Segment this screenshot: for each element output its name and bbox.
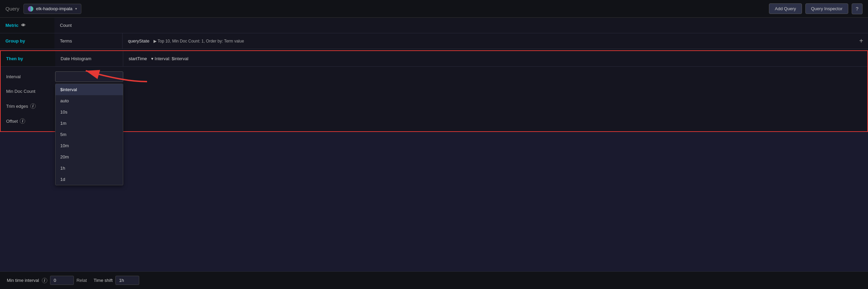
then-by-label: Then by: [1, 51, 55, 66]
group-by-row: Group by Terms queryState ▶ Top 10, Min …: [0, 33, 868, 49]
interval-sub-row: Interval $interval auto 10s 1m 5m 10m 20…: [1, 69, 867, 84]
top-bar-left: Query elk-hadoop-impala ▾: [5, 4, 81, 14]
top-bar-right: Add Query Query Inspector ?: [769, 3, 863, 14]
group-by-summary: ▶ Top 10, Min Doc Count: 1, Order by: Te…: [154, 39, 244, 44]
datasource-icon: [28, 6, 33, 12]
time-shift-item: Time shift: [94, 276, 139, 285]
help-button[interactable]: ?: [852, 3, 863, 14]
then-by-value: startTime ▾ Interval: $interval: [123, 51, 867, 66]
dropdown-item-auto[interactable]: auto: [55, 95, 123, 106]
min-time-interval-input[interactable]: [50, 276, 74, 285]
dropdown-item-1d[interactable]: 1d: [55, 174, 123, 185]
metric-row: Metric 👁 Count: [0, 18, 868, 33]
dropdown-item-10s[interactable]: 10s: [55, 106, 123, 118]
offset-info-icon[interactable]: i: [20, 118, 25, 124]
chevron-down-icon: ▾: [75, 7, 77, 11]
add-group-by-button[interactable]: +: [854, 33, 868, 49]
dropdown-item-1h[interactable]: 1h: [55, 163, 123, 174]
metric-type: Count: [54, 18, 123, 33]
group-by-field-name: queryState: [128, 38, 149, 44]
datasource-name: elk-hadoop-impala: [36, 6, 73, 11]
min-time-interval-label: Min time interval: [7, 278, 39, 283]
offset-sub-row: Offset i: [1, 114, 867, 129]
interval-label: Interval: [1, 71, 55, 82]
metric-label: Metric: [5, 23, 18, 28]
time-shift-label: Time shift: [94, 278, 113, 283]
query-inspector-button[interactable]: Query Inspector: [805, 3, 849, 14]
metric-label-cell: Metric 👁: [0, 18, 54, 33]
query-label: Query: [5, 6, 19, 12]
interval-input-wrap: $interval auto 10s 1m 5m 10m 20m 1h 1d: [55, 71, 130, 82]
top-bar: Query elk-hadoop-impala ▾ Add Query Quer…: [0, 0, 868, 18]
eye-icon[interactable]: 👁: [21, 23, 26, 28]
time-shift-input[interactable]: [115, 276, 139, 285]
group-by-field: queryState ▶ Top 10, Min Doc Count: 1, O…: [123, 33, 854, 49]
bottom-bar: Min time interval i Relat Time shift: [0, 271, 868, 289]
interval-pill-label: ▾ Interval: $interval: [151, 56, 189, 61]
trim-edges-sub-row: Trim edges i: [1, 99, 867, 114]
dropdown-item-10m[interactable]: 10m: [55, 140, 123, 151]
min-time-interval-info-icon[interactable]: i: [42, 278, 47, 283]
sub-rows: Interval $interval auto 10s 1m 5m 10m 20…: [1, 67, 867, 131]
dropdown-item-sinterval[interactable]: $interval: [55, 84, 123, 95]
trim-edges-info-icon[interactable]: i: [30, 103, 36, 109]
interval-input[interactable]: [55, 71, 123, 82]
dropdown-item-5m[interactable]: 5m: [55, 129, 123, 140]
min-doc-count-label: Min Doc Count: [1, 86, 55, 97]
min-doc-count-sub-row: Min Doc Count: [1, 84, 867, 99]
then-by-header: Then by Date Histogram startTime ▾ Inter…: [1, 51, 867, 67]
then-by-type: Date Histogram: [55, 51, 123, 66]
group-by-type: Terms: [54, 33, 123, 49]
relative-label: Relat: [77, 278, 87, 283]
interval-pill[interactable]: ▾ Interval: $interval: [151, 56, 189, 61]
min-time-interval-item: Min time interval i Relat: [7, 276, 87, 285]
dropdown-item-20m[interactable]: 20m: [55, 151, 123, 163]
then-by-section: Then by Date Histogram startTime ▾ Inter…: [0, 50, 868, 132]
then-by-field: startTime: [129, 56, 147, 61]
add-query-button[interactable]: Add Query: [769, 3, 802, 14]
group-by-label: Group by: [0, 33, 54, 49]
main-content: Metric 👁 Count Group by Terms queryState…: [0, 18, 868, 132]
interval-dropdown: $interval auto 10s 1m 5m 10m 20m 1h 1d: [55, 84, 123, 185]
dropdown-item-1m[interactable]: 1m: [55, 118, 123, 129]
trim-edges-label: Trim edges i: [1, 101, 55, 112]
offset-label: Offset i: [1, 116, 55, 126]
datasource-selector[interactable]: elk-hadoop-impala ▾: [23, 4, 81, 14]
